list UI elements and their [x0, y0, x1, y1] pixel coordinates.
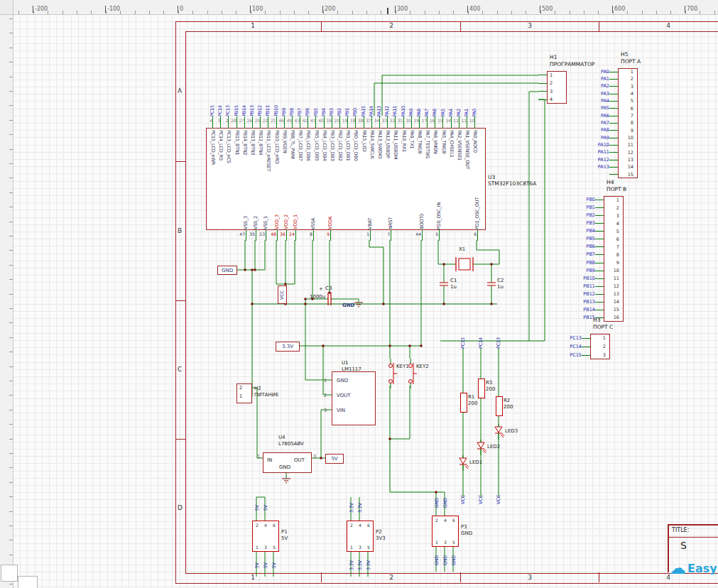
mcu-bottom-pin[interactable]: VDD_1 24: [291, 129, 300, 241]
resistor[interactable]: R2 200: [495, 396, 519, 418]
mcu-top-pin[interactable]: PC13 2 PC13_LCD_nCS: [224, 77, 232, 228]
mcu-u3[interactable]: PC15 4 PC15_LCD_nWR PC14 3 PC14_LCD_RS P…: [206, 128, 486, 230]
mcu-bottom-pin[interactable]: VDD_2 36: [282, 129, 290, 241]
header-h4-port-b[interactable]: H4 ПОРТ В PB0 1 PB1 2 PB2: [574, 196, 622, 322]
net-label[interactable]: PB15: [233, 77, 241, 116]
header-pin-row[interactable]: PB10 11: [574, 275, 622, 283]
header-h5-port-a[interactable]: H5 ПОРТ А PA0 1 PA1 2 PA2: [588, 68, 636, 178]
header-pin-row[interactable]: PA9 10: [588, 134, 636, 141]
header-pin-row[interactable]: PC14 2: [560, 342, 609, 351]
header-pin-row[interactable]: PA0 1: [588, 68, 636, 75]
header-pin-row[interactable]: PB4 5: [574, 227, 622, 235]
header-pin-row[interactable]: PA6 7: [588, 112, 636, 119]
mcu-top-pin[interactable]: PA9 30 PA9_TX1: [408, 77, 415, 228]
led[interactable]: LED3: [493, 424, 521, 441]
net-label[interactable]: PB14: [241, 77, 249, 116]
c2-ref[interactable]: C2: [497, 278, 504, 283]
mcu-top-pin[interactable]: PB1 19 PB1_LCD_DB1: [344, 77, 352, 228]
net-label[interactable]: PA7: [423, 77, 431, 116]
header-pin-row[interactable]: PA8 9: [588, 127, 636, 134]
power-plug[interactable]: 246 135 P3 GND GND GND GND GND GND: [432, 516, 459, 547]
mcu-bottom-pin[interactable]: VSS_3 47: [241, 129, 250, 241]
vcc-label[interactable]: VCC: [476, 495, 486, 513]
mcu-bottom-pin[interactable]: VSS_2 35: [251, 129, 260, 241]
mcu-top-pin[interactable]: PA10 31 PA10_RX1: [400, 77, 408, 228]
push-button[interactable]: KEY2: [406, 357, 417, 390]
mcu-bottom-pin[interactable]: NRST 7: [386, 129, 395, 241]
net-label[interactable]: PC15: [458, 329, 468, 349]
header-h1-programmer[interactable]: H1 ПРОГРАММАТОР 1 2: [517, 71, 565, 104]
ruler-horizontal[interactable]: -200-1000100200300400500600700: [0, 0, 718, 15]
u1-pin-row[interactable]: 1 GND: [332, 375, 375, 386]
title-block-title[interactable]: S: [680, 540, 687, 551]
net-label[interactable]: PB6: [304, 77, 312, 116]
power-plug[interactable]: 246 135 P2 3V3 3.3V 3.3V 3.3V 3.3V 3.3V: [347, 521, 374, 552]
mcu-bottom-pin[interactable]: VDD_3 48: [273, 129, 281, 241]
header-pin-row[interactable]: PA2 3: [588, 83, 636, 90]
net-label[interactable]: PA12: [384, 77, 391, 116]
c1-value[interactable]: 1u: [450, 284, 457, 290]
vcc-flag[interactable]: VCC: [278, 285, 287, 304]
header-pin-row[interactable]: 2: [517, 80, 565, 88]
header-pin-row[interactable]: PA5 6: [588, 105, 636, 112]
mcu-top-pin[interactable]: PC15 4 PC15_LCD_nWR: [209, 77, 217, 228]
header-pin-row[interactable]: 3: [517, 87, 565, 96]
header-pin-row[interactable]: PB3 4: [574, 219, 622, 227]
net-label[interactable]: PA1: [463, 77, 471, 116]
mcu-top-pin[interactable]: PA4 14 PA4_CHSEL1: [447, 77, 455, 228]
header-pin-row[interactable]: PA13 14: [588, 163, 636, 170]
header-pin-row[interactable]: PB11 12: [574, 283, 622, 290]
net-label[interactable]: PB8: [288, 77, 296, 116]
c3-value[interactable]: 1000u: [310, 294, 325, 300]
header-pin-row[interactable]: PA7 8: [588, 119, 636, 126]
mcu-bottom-pin[interactable]: VSSA 8: [309, 129, 317, 241]
header-pin-row[interactable]: PA3 4: [588, 90, 636, 97]
net-label[interactable]: PA13: [376, 77, 384, 116]
net-label[interactable]: PC13: [494, 329, 504, 349]
net-label[interactable]: PA2: [455, 77, 463, 116]
vcc-label[interactable]: VCC: [458, 495, 468, 513]
header-pin-row[interactable]: 1: [517, 71, 565, 80]
mcu-bottom-pin[interactable]: BOOT0 44: [418, 129, 426, 241]
net-label[interactable]: PA4: [447, 77, 455, 116]
net-label[interactable]: PB3: [328, 77, 336, 116]
mcu-bottom-pin[interactable]: PD0_OSC_IN 5: [435, 129, 443, 241]
net-label[interactable]: PA6: [431, 77, 439, 116]
net-label[interactable]: PC15: [209, 77, 217, 116]
header-pin-row[interactable]: PC13 1: [560, 334, 609, 342]
mcu-top-pin[interactable]: PA2 12 PA2_VSENSE1: [455, 77, 463, 228]
regulator-u4[interactable]: U4 L7805ABV IN OUT GND 1 3: [263, 452, 312, 473]
net-label[interactable]: PA15: [360, 77, 368, 116]
header-pin-row[interactable]: PB0 1: [574, 196, 622, 204]
v33-flag[interactable]: 3.3V: [276, 342, 300, 352]
net-label[interactable]: PB9: [281, 77, 288, 116]
header-pin-row[interactable]: 15: [588, 171, 636, 178]
net-label[interactable]: PB11: [264, 77, 272, 116]
net-label[interactable]: PA0: [471, 77, 479, 116]
mcu-top-pin[interactable]: PA13 34 PA13_SWDIO: [376, 77, 384, 228]
header-pin-row[interactable]: PB7 8: [574, 251, 622, 258]
gnd-net-text[interactable]: GND: [342, 303, 354, 308]
header-h2-power[interactable]: H2 ПИТАНИЕ 2 1: [236, 383, 252, 403]
header-pin-row[interactable]: PB6 7: [574, 243, 622, 251]
net-label[interactable]: PB10: [273, 77, 281, 116]
u1-pin-row[interactable]: 2 VOUT: [332, 390, 375, 401]
mcu-top-pin[interactable]: PA1 11 PA1_VSENSE_OUT: [463, 77, 471, 228]
header-pin-row[interactable]: PB2 3: [574, 212, 622, 219]
net-label[interactable]: PB5: [312, 77, 320, 116]
power-plug[interactable]: 246 135 P1 5V 5V 5V 5V 5V 5V: [252, 521, 279, 552]
header-pin-row[interactable]: 4: [517, 96, 565, 104]
mcu-bottom-pin[interactable]: VSS_1 23: [261, 129, 270, 241]
net-label[interactable]: PC13: [224, 77, 232, 116]
mcu-top-pin[interactable]: PB0 18 PB0_LCD_DB0: [352, 77, 359, 228]
v5-flag[interactable]: 5V: [325, 454, 344, 464]
header-pin-row[interactable]: PB14 15: [574, 306, 622, 314]
net-label[interactable]: PA10: [400, 77, 408, 116]
header-pin-row[interactable]: PC15 3: [560, 351, 609, 359]
net-label[interactable]: PB2: [336, 77, 344, 116]
header-pin-row[interactable]: PB9 10: [574, 267, 622, 275]
mcu-bottom-pin[interactable]: VBAT 1: [366, 129, 374, 241]
net-label[interactable]: PB4: [320, 77, 328, 116]
header-pin-row[interactable]: PB12 13: [574, 290, 622, 298]
net-label[interactable]: PB7: [296, 77, 304, 116]
